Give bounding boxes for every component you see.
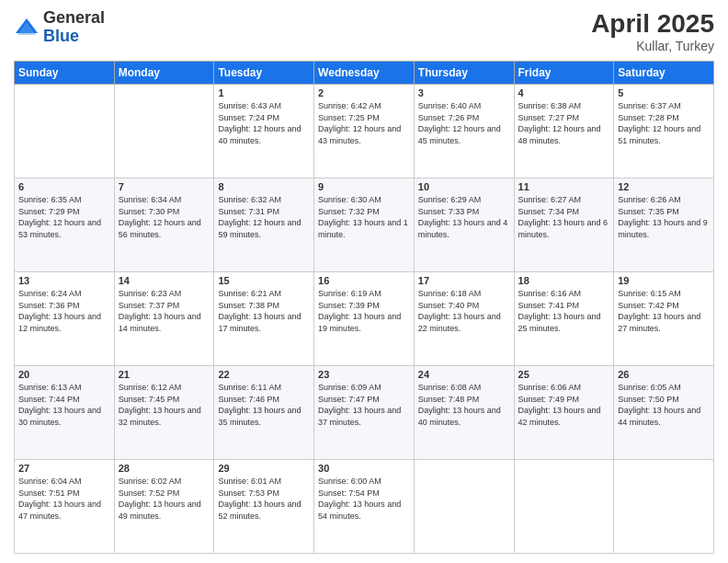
day-info: Sunrise: 6:16 AMSunset: 7:41 PMDaylight:…	[518, 288, 610, 334]
day-number: 15	[218, 275, 310, 286]
calendar-cell: 29Sunrise: 6:01 AMSunset: 7:53 PMDayligh…	[214, 460, 314, 554]
calendar-cell: 12Sunrise: 6:26 AMSunset: 7:35 PMDayligh…	[614, 178, 714, 272]
day-number: 23	[318, 369, 410, 380]
logo-blue: Blue	[43, 28, 105, 46]
header-row: Sunday Monday Tuesday Wednesday Thursday…	[15, 62, 714, 85]
calendar-cell: 10Sunrise: 6:29 AMSunset: 7:33 PMDayligh…	[414, 178, 514, 272]
calendar-body: 1Sunrise: 6:43 AMSunset: 7:24 PMDaylight…	[15, 85, 714, 554]
calendar-cell: 16Sunrise: 6:19 AMSunset: 7:39 PMDayligh…	[314, 272, 415, 366]
day-info: Sunrise: 6:23 AMSunset: 7:37 PMDaylight:…	[119, 288, 210, 334]
calendar-table: Sunday Monday Tuesday Wednesday Thursday…	[14, 61, 714, 554]
day-info: Sunrise: 6:18 AMSunset: 7:40 PMDaylight:…	[418, 288, 510, 334]
day-info: Sunrise: 6:06 AMSunset: 7:49 PMDaylight:…	[518, 382, 610, 428]
day-number: 8	[218, 181, 310, 192]
header-tuesday: Tuesday	[214, 62, 314, 85]
calendar-week-3: 13Sunrise: 6:24 AMSunset: 7:36 PMDayligh…	[15, 272, 714, 366]
day-info: Sunrise: 6:05 AMSunset: 7:50 PMDaylight:…	[618, 382, 710, 428]
month-title: April 2025	[591, 9, 714, 39]
day-info: Sunrise: 6:04 AMSunset: 7:51 PMDaylight:…	[18, 476, 110, 522]
day-info: Sunrise: 6:01 AMSunset: 7:53 PMDaylight:…	[218, 476, 310, 522]
calendar-cell	[15, 85, 115, 178]
calendar-cell	[614, 460, 714, 554]
day-info: Sunrise: 6:29 AMSunset: 7:33 PMDaylight:…	[418, 194, 510, 240]
day-info: Sunrise: 6:12 AMSunset: 7:45 PMDaylight:…	[119, 382, 210, 428]
day-number: 22	[218, 369, 310, 380]
calendar-cell: 19Sunrise: 6:15 AMSunset: 7:42 PMDayligh…	[614, 272, 714, 366]
page: General Blue April 2025 Kullar, Turkey S…	[0, 0, 728, 563]
calendar-cell	[514, 460, 614, 554]
day-number: 14	[119, 275, 210, 286]
calendar-cell	[414, 460, 514, 554]
calendar-cell: 28Sunrise: 6:02 AMSunset: 7:52 PMDayligh…	[114, 460, 214, 554]
day-number: 30	[318, 463, 410, 474]
header-wednesday: Wednesday	[314, 62, 415, 85]
calendar-header: Sunday Monday Tuesday Wednesday Thursday…	[15, 62, 714, 85]
calendar-cell: 22Sunrise: 6:11 AMSunset: 7:46 PMDayligh…	[214, 366, 314, 460]
header-saturday: Saturday	[614, 62, 714, 85]
day-number: 16	[318, 275, 410, 286]
calendar-cell: 17Sunrise: 6:18 AMSunset: 7:40 PMDayligh…	[414, 272, 514, 366]
calendar-cell: 15Sunrise: 6:21 AMSunset: 7:38 PMDayligh…	[214, 272, 314, 366]
day-info: Sunrise: 6:35 AMSunset: 7:29 PMDaylight:…	[18, 194, 110, 240]
day-number: 10	[418, 181, 510, 192]
calendar-cell: 11Sunrise: 6:27 AMSunset: 7:34 PMDayligh…	[514, 178, 614, 272]
day-info: Sunrise: 6:27 AMSunset: 7:34 PMDaylight:…	[518, 194, 610, 240]
day-number: 6	[18, 181, 110, 192]
day-number: 12	[618, 181, 710, 192]
day-info: Sunrise: 6:15 AMSunset: 7:42 PMDaylight:…	[618, 288, 710, 334]
title-block: April 2025 Kullar, Turkey	[591, 9, 714, 53]
calendar-cell: 23Sunrise: 6:09 AMSunset: 7:47 PMDayligh…	[314, 366, 415, 460]
logo-text: General Blue	[43, 9, 105, 46]
day-info: Sunrise: 6:19 AMSunset: 7:39 PMDaylight:…	[318, 288, 410, 334]
day-number: 9	[318, 181, 410, 192]
header: General Blue April 2025 Kullar, Turkey	[14, 9, 714, 53]
day-number: 19	[618, 275, 710, 286]
day-number: 13	[18, 275, 110, 286]
day-info: Sunrise: 6:43 AMSunset: 7:24 PMDaylight:…	[218, 100, 310, 146]
day-number: 24	[418, 369, 510, 380]
day-number: 20	[18, 369, 110, 380]
day-number: 17	[418, 275, 510, 286]
location-subtitle: Kullar, Turkey	[591, 39, 714, 53]
day-number: 11	[518, 181, 610, 192]
calendar-cell: 20Sunrise: 6:13 AMSunset: 7:44 PMDayligh…	[15, 366, 115, 460]
day-info: Sunrise: 6:21 AMSunset: 7:38 PMDaylight:…	[218, 288, 310, 334]
calendar-week-2: 6Sunrise: 6:35 AMSunset: 7:29 PMDaylight…	[15, 178, 714, 272]
logo: General Blue	[14, 9, 105, 46]
header-monday: Monday	[114, 62, 214, 85]
day-number: 21	[119, 369, 210, 380]
calendar-cell: 13Sunrise: 6:24 AMSunset: 7:36 PMDayligh…	[15, 272, 115, 366]
day-info: Sunrise: 6:40 AMSunset: 7:26 PMDaylight:…	[418, 100, 510, 146]
calendar-cell: 30Sunrise: 6:00 AMSunset: 7:54 PMDayligh…	[314, 460, 415, 554]
day-info: Sunrise: 6:13 AMSunset: 7:44 PMDaylight:…	[18, 382, 110, 428]
calendar-cell: 9Sunrise: 6:30 AMSunset: 7:32 PMDaylight…	[314, 178, 415, 272]
day-info: Sunrise: 6:32 AMSunset: 7:31 PMDaylight:…	[218, 194, 310, 240]
day-info: Sunrise: 6:26 AMSunset: 7:35 PMDaylight:…	[618, 194, 710, 240]
calendar-cell	[114, 85, 214, 178]
day-info: Sunrise: 6:38 AMSunset: 7:27 PMDaylight:…	[518, 100, 610, 146]
calendar-week-1: 1Sunrise: 6:43 AMSunset: 7:24 PMDaylight…	[15, 85, 714, 178]
header-sunday: Sunday	[15, 62, 115, 85]
day-number: 3	[418, 87, 510, 98]
day-number: 5	[618, 87, 710, 98]
day-info: Sunrise: 6:37 AMSunset: 7:28 PMDaylight:…	[618, 100, 710, 146]
calendar-cell: 14Sunrise: 6:23 AMSunset: 7:37 PMDayligh…	[114, 272, 214, 366]
day-number: 29	[218, 463, 310, 474]
header-thursday: Thursday	[414, 62, 514, 85]
header-friday: Friday	[514, 62, 614, 85]
day-info: Sunrise: 6:00 AMSunset: 7:54 PMDaylight:…	[318, 476, 410, 522]
day-info: Sunrise: 6:30 AMSunset: 7:32 PMDaylight:…	[318, 194, 410, 240]
calendar-cell: 6Sunrise: 6:35 AMSunset: 7:29 PMDaylight…	[15, 178, 115, 272]
day-info: Sunrise: 6:08 AMSunset: 7:48 PMDaylight:…	[418, 382, 510, 428]
calendar-cell: 2Sunrise: 6:42 AMSunset: 7:25 PMDaylight…	[314, 85, 415, 178]
calendar-cell: 26Sunrise: 6:05 AMSunset: 7:50 PMDayligh…	[614, 366, 714, 460]
day-info: Sunrise: 6:11 AMSunset: 7:46 PMDaylight:…	[218, 382, 310, 428]
day-number: 28	[119, 463, 210, 474]
day-number: 18	[518, 275, 610, 286]
logo-general: General	[43, 9, 105, 28]
day-number: 27	[18, 463, 110, 474]
calendar-cell: 7Sunrise: 6:34 AMSunset: 7:30 PMDaylight…	[114, 178, 214, 272]
day-info: Sunrise: 6:34 AMSunset: 7:30 PMDaylight:…	[119, 194, 210, 240]
calendar-cell: 8Sunrise: 6:32 AMSunset: 7:31 PMDaylight…	[214, 178, 314, 272]
day-info: Sunrise: 6:09 AMSunset: 7:47 PMDaylight:…	[318, 382, 410, 428]
